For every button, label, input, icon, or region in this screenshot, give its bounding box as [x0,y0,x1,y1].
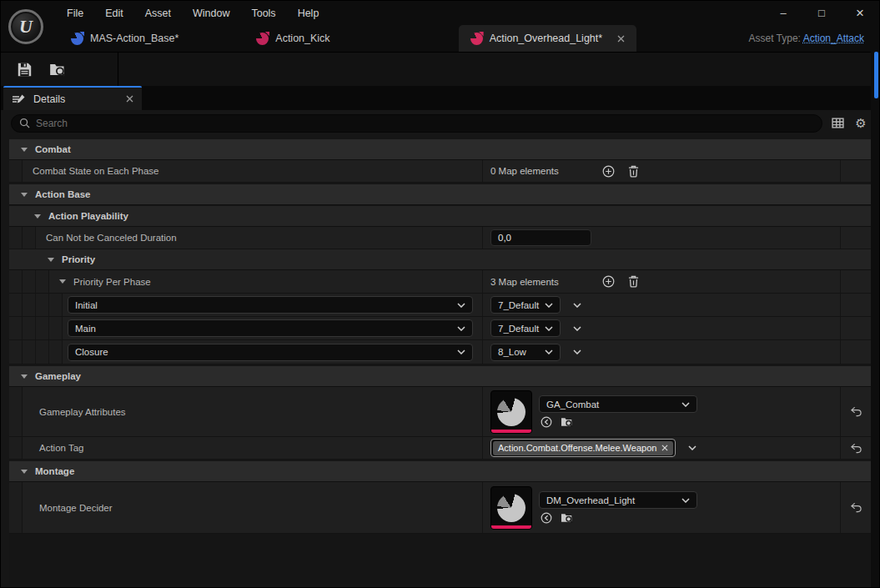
chevron-down-icon [681,402,690,407]
tab-close-icon[interactable] [126,95,133,103]
collapse-arrow-icon[interactable] [48,258,54,262]
plus-circle-icon [602,165,615,178]
reset-to-default-button[interactable] [850,502,862,513]
plus-circle-icon [602,275,615,288]
menu-help[interactable]: Help [287,1,330,25]
collapse-arrow-icon[interactable] [34,214,41,219]
find-in-content-browser-icon [49,62,67,78]
asset-type-readout: Asset Type: Action_Attack [748,33,864,44]
asset-thumbnail[interactable] [490,486,532,530]
details-icon [12,93,26,105]
section-header-action-base[interactable]: Action Base [9,184,871,205]
maximize-button[interactable]: □ [802,1,841,25]
menu-bar: File Edit Asset Window Tools Help – □ × [51,1,879,25]
priority-value-dropdown[interactable]: 7_Default [490,319,561,337]
row-combat-state-on-each-phase: Combat State on Each Phase 0 Map element… [9,160,871,183]
priority-value-dropdown[interactable]: 7_Default [490,296,561,314]
tag-picker-dropdown[interactable] [682,440,702,457]
display-filter-button[interactable] [829,115,846,132]
chevron-down-icon [573,349,581,354]
section-header-action-playability[interactable]: Action Playability [9,206,871,227]
asset-tab-label: Action_Kick [275,33,329,44]
entry-options-dropdown[interactable] [567,319,587,337]
asset-tab-mas-action-base[interactable]: MAS-Action_Base* [59,25,190,52]
asset-tab-label: Action_Overhead_Light* [490,33,603,44]
menu-edit[interactable]: Edit [94,1,134,25]
find-in-content-browser-icon [561,416,574,428]
phase-key-dropdown[interactable]: Main [68,319,473,337]
collapse-arrow-icon[interactable] [21,193,28,197]
clear-map-button[interactable] [624,162,642,180]
asset-type-link[interactable]: Action_Attack [803,33,864,44]
entry-options-dropdown[interactable] [567,344,587,361]
collapse-arrow-icon[interactable] [21,148,28,152]
chevron-down-icon [545,303,553,308]
reset-to-default-button[interactable] [850,443,862,454]
chevron-down-icon [688,445,696,450]
menu-asset[interactable]: Asset [134,1,182,25]
minimize-button[interactable]: – [764,1,802,25]
browse-to-asset-button[interactable] [561,512,574,524]
section-header-gameplay[interactable]: Gameplay [9,366,871,387]
reset-to-default-button[interactable] [850,406,862,417]
map-elements-count: 0 Map elements [490,166,592,176]
row-priority-entry-main: Main 7_Default [9,317,871,340]
save-icon [17,62,33,78]
tab-close-icon[interactable] [617,35,625,43]
add-map-element-button[interactable] [599,162,617,180]
close-button[interactable]: × [841,1,879,25]
panel-tab-strip: Details [1,86,879,110]
data-asset-thumbnail-icon [497,398,525,426]
property-label: Action Tag [39,443,84,453]
row-priority-per-phase: Priority Per Phase 3 Map elements [9,270,871,294]
section-label: Montage [35,466,74,476]
chevron-down-icon [573,326,581,331]
chevron-down-icon [457,326,465,331]
tab-details[interactable]: Details [3,86,142,110]
gameplay-attributes-asset-dropdown[interactable]: GA_Combat [539,395,697,413]
section-label: Combat [35,144,71,154]
remove-tag-icon[interactable] [661,445,668,451]
section-label: Action Base [35,189,90,199]
entry-options-dropdown[interactable] [567,296,587,314]
search-input[interactable] [36,118,814,129]
asset-tab-bar: MAS-Action_Base* Action_Kick Action_Over… [51,25,879,52]
unreal-logo-icon: U [1,1,51,52]
asset-thumbnail[interactable] [490,390,532,434]
priority-value-dropdown[interactable]: 8_Low [490,344,561,361]
save-button[interactable] [8,55,41,83]
toolbar-separator [118,53,118,87]
cancel-duration-input[interactable] [490,229,591,246]
data-asset-icon [256,33,269,45]
section-header-combat[interactable]: Combat [9,139,871,160]
section-header-montage[interactable]: Montage [9,461,871,482]
chevron-down-icon [573,303,581,308]
phase-key-dropdown[interactable]: Initial [68,296,473,314]
section-label: Priority [62,254,95,264]
use-selected-asset-button[interactable] [541,416,552,428]
add-map-element-button[interactable] [599,273,617,291]
menu-window[interactable]: Window [182,1,240,25]
menu-file[interactable]: File [56,1,94,25]
collapse-arrow-icon[interactable] [21,470,28,474]
property-label: Priority Per Phase [73,277,151,287]
browse-to-asset-button[interactable] [41,55,74,83]
row-gameplay-attributes: Gameplay Attributes GA_Combat [9,387,871,437]
collapse-arrow-icon[interactable] [59,279,66,284]
montage-decider-asset-dropdown[interactable]: DM_Overhead_Light [539,491,697,509]
collapse-arrow-icon[interactable] [21,374,28,379]
browse-to-asset-button[interactable] [561,416,574,428]
phase-key-dropdown[interactable]: Closure [68,344,473,361]
scrollbar-thumb[interactable] [874,52,878,98]
clear-map-button[interactable] [624,273,642,291]
section-header-priority[interactable]: Priority [9,249,871,270]
trash-icon [628,165,639,178]
asset-tab-action-overhead-light[interactable]: Action_Overhead_Light* [459,25,637,52]
asset-tab-action-kick[interactable]: Action_Kick [244,25,341,52]
tab-details-label: Details [33,93,118,105]
reset-arrow-icon [850,443,862,454]
property-label: Montage Decider [39,503,113,513]
use-selected-asset-button[interactable] [541,512,552,524]
settings-button[interactable]: ⚙ [852,115,869,132]
menu-tools[interactable]: Tools [240,1,286,25]
